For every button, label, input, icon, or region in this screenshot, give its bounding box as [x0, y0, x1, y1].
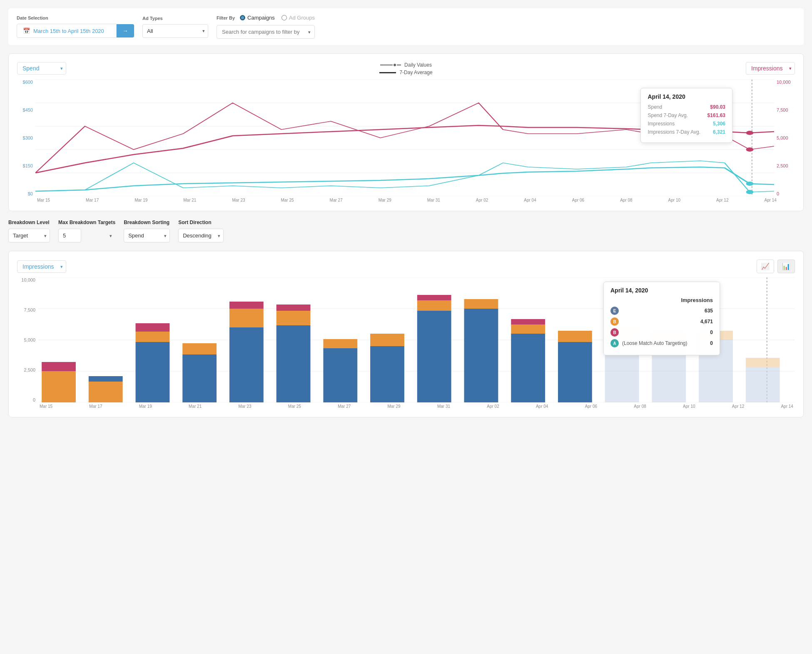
sort-direction-select[interactable]: Ascending Descending [178, 229, 224, 242]
filter-by-label: Filter By [217, 15, 235, 20]
filter-campaigns-radio[interactable] [240, 15, 245, 20]
breakdown-level-select[interactable]: Target Campaign Ad Group Keyword [8, 229, 50, 242]
tooltip-spend-avg-value: $161.63 [707, 112, 725, 118]
x-mar25: Mar 25 [281, 198, 294, 202]
bar-x-mar25: Mar 25 [288, 404, 301, 409]
bar-x-mar17: Mar 17 [89, 404, 102, 409]
date-selection-group: Date Selection 📅 March 15th to April 15t… [17, 15, 134, 38]
line-chart-card: Spend Impressions Clicks Daily Values 7-… [8, 53, 804, 211]
date-row: 📅 March 15th to April 15th 2020 → [17, 24, 134, 38]
bar-mar23-orange [229, 309, 264, 327]
x-mar31: Mar 31 [427, 198, 440, 202]
sort-direction-wrapper: Ascending Descending [178, 229, 224, 242]
tooltip-spend: Spend $90.03 [648, 104, 725, 110]
ad-types-select[interactable]: All Sponsored Products Sponsored Brands … [142, 24, 208, 38]
x-mar15: Mar 15 [37, 198, 50, 202]
right-metric-wrapper: Impressions Spend Clicks [746, 62, 795, 75]
y-left-5: $0 [17, 191, 33, 196]
y-right-4: 2,500 [777, 163, 795, 168]
chart-legend: Daily Values 7-Day Average [379, 62, 432, 75]
left-metric-select[interactable]: Spend Impressions Clicks [17, 62, 66, 75]
x-mar17: Mar 17 [86, 198, 99, 202]
bar-apr04-orange [511, 325, 545, 334]
bar-apr02-blue [464, 309, 498, 402]
y-right-2: 7,500 [777, 107, 795, 112]
tooltip-impressions: Impressions 5,306 [648, 121, 725, 127]
chart-top-row: Spend Impressions Clicks Daily Values 7-… [17, 62, 795, 75]
line-chart-type-btn[interactable]: 📈 [757, 260, 774, 273]
filter-radio-group: Campaigns Ad Groups [240, 15, 315, 21]
chart-type-buttons: 📈 📊 [757, 260, 795, 273]
filter-campaigns-label: Campaigns [247, 15, 275, 21]
legend-avg: 7-Day Average [379, 70, 432, 75]
bar-mar27-orange [323, 339, 357, 348]
bar-tooltip-date: April 14, 2020 [610, 287, 713, 294]
legend-daily-line [380, 64, 401, 66]
bar-tooltip-title: Impressions [610, 297, 713, 303]
bar-mar21-blue [182, 354, 217, 402]
filter-ad-groups-radio[interactable] [281, 15, 287, 20]
bar-mar15-orange [42, 371, 76, 402]
tooltip-impressions-avg-label: Impressions 7-Day Avg. [648, 129, 700, 135]
y-right-1: 10,000 [777, 80, 795, 85]
bar-x-apr06: Apr 06 [585, 404, 597, 409]
bar-chart-with-axes: 10,000 7,500 5,000 2,500 0 [17, 277, 795, 402]
bar-x-apr08: Apr 08 [634, 404, 646, 409]
bar-metric-select[interactable]: Impressions Spend Clicks [17, 260, 66, 273]
legend-daily: Daily Values [380, 62, 432, 68]
y-left-1: $600 [17, 80, 33, 85]
bar-chart-x-axis: Mar 15 Mar 17 Mar 19 Mar 21 Mar 23 Mar 2… [17, 402, 795, 409]
ad-types-select-wrapper: All Sponsored Products Sponsored Brands … [142, 24, 208, 38]
date-value: March 15th to April 15th 2020 [33, 28, 104, 34]
x-mar19: Mar 19 [135, 198, 147, 202]
bar-x-apr02: Apr 02 [487, 404, 499, 409]
breakdown-level-group: Breakdown Level Target Campaign Ad Group… [8, 220, 50, 242]
max-breakdown-group: Max Breakdown Targets 1234 510 [58, 220, 115, 242]
ad-types-label: Ad Types [142, 16, 208, 21]
bar-mar19-pink [136, 323, 170, 332]
date-input[interactable]: 📅 March 15th to April 15th 2020 [17, 24, 117, 38]
bar-chart-type-btn[interactable]: 📊 [777, 260, 795, 273]
bar-x-apr04: Apr 04 [536, 404, 548, 409]
bar-x-apr14: Apr 14 [781, 404, 793, 409]
search-campaigns-input[interactable] [217, 25, 315, 39]
impressions-end-dot [746, 190, 754, 194]
x-apr10: Apr 10 [668, 198, 680, 202]
max-breakdown-select[interactable]: 1234 510 [58, 229, 81, 242]
x-apr02: Apr 02 [476, 198, 488, 202]
bar-mar23-pink [229, 302, 264, 309]
filter-ad-groups-option[interactable]: Ad Groups [281, 15, 315, 21]
bar-y-4: 2,500 [17, 367, 35, 372]
bar-x-mar23: Mar 23 [238, 404, 251, 409]
bar-metric-wrapper: Impressions Spend Clicks [17, 260, 66, 273]
bar-tooltip-val-e: 635 [696, 308, 713, 314]
bar-tooltip-row-a: A (Loose Match Auto Targeting) 0 [610, 339, 713, 347]
bar-apr04-blue [511, 334, 545, 402]
x-apr12: Apr 12 [716, 198, 728, 202]
legend-avg-label: 7-Day Average [399, 70, 432, 75]
filter-campaigns-option[interactable]: Campaigns [240, 15, 275, 21]
search-campaigns-wrapper [217, 25, 315, 39]
bar-tooltip-val-b2: 0 [696, 329, 713, 335]
right-metric-select[interactable]: Impressions Spend Clicks [746, 62, 795, 75]
impressions-daily-line [35, 161, 774, 192]
bar-apr14-orange-faded [746, 358, 780, 367]
bar-x-mar21: Mar 21 [189, 404, 202, 409]
bar-mar15-pink [42, 362, 76, 371]
bar-mar31-orange [417, 300, 451, 311]
filter-by-group: Filter By Campaigns Ad Groups [217, 15, 315, 39]
tooltip-impressions-avg: Impressions 7-Day Avg. 6,321 [648, 129, 725, 135]
bar-y-2: 7,500 [17, 307, 35, 312]
breakdown-sorting-select[interactable]: Spend Impressions Clicks Orders [124, 229, 170, 242]
x-apr08: Apr 08 [620, 198, 632, 202]
bar-mar31-blue [417, 311, 451, 402]
tooltip-impressions-label: Impressions [648, 121, 675, 127]
bar-chart-inner: April 14, 2020 Impressions E 635 B 4,671… [38, 277, 795, 402]
line-chart-inner: April 14, 2020 Spend $90.03 Spend 7-Day … [35, 80, 774, 196]
y-left-4: $150 [17, 163, 33, 168]
date-arrow-button[interactable]: → [117, 24, 134, 37]
sort-direction-label: Sort Direction [178, 220, 224, 225]
bar-tooltip-row-b1: B 4,671 [610, 317, 713, 326]
bar-y-5: 0 [17, 397, 35, 402]
breakdown-level-label: Breakdown Level [8, 220, 50, 225]
